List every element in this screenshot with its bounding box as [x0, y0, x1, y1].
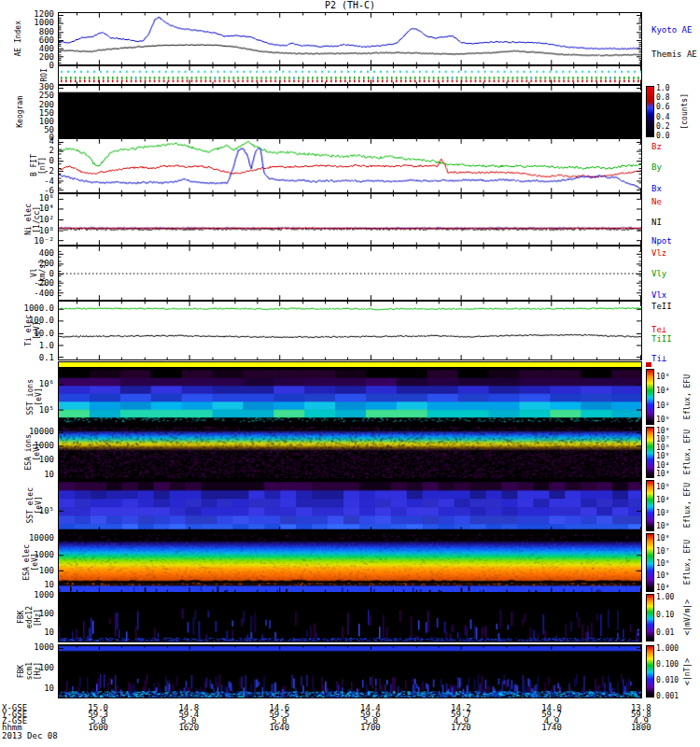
- colorbar-unit-esa-elec: Eflux, EFU: [683, 540, 692, 585]
- ytick-esa-ions: 10000: [0, 428, 54, 436]
- panel-ae-index: [58, 12, 642, 65]
- series-label-tiii: TiII: [651, 335, 672, 344]
- panel-esa-elec: [58, 532, 642, 593]
- colorbar-tick-fbk-edc12: 1.00: [656, 594, 674, 601]
- colorbar-esa-ions: [646, 427, 654, 478]
- colorbar-fbk-scm1: [646, 645, 654, 698]
- ytick-esa-ions: 1000: [0, 442, 54, 450]
- ytick-vl-velocity: 400: [0, 249, 54, 258]
- ytick-ti-temperature: 10.0: [0, 330, 54, 338]
- series-label-by: By: [651, 163, 662, 172]
- ytick-esa-elec: 10000: [0, 534, 54, 543]
- axis-value-hhmm: 1640: [256, 724, 302, 732]
- axis-value-hhmm: 1600: [75, 724, 121, 732]
- colorbar-tick-esa-ions: 10³: [656, 471, 669, 478]
- series-label-npot: Npot: [651, 237, 672, 246]
- series-label-vly: Vly: [651, 270, 666, 278]
- colorbar-tick-esa-elec: 10⁶: [656, 560, 669, 568]
- colorbar-unit-wrap-fbk-scm1: <|nT|>: [680, 644, 693, 698]
- axis-value-hhmm: 1800: [618, 724, 665, 732]
- panel-vl-velocity: [58, 246, 642, 301]
- colorbar-tick-fbk-edc12: 0.01: [656, 629, 674, 637]
- colorbar-tick-sst-ions: 10⁰: [656, 416, 669, 424]
- colorbar-tick-keogram: 0.8: [656, 94, 669, 102]
- series-label-kyotoae: Kyoto AE: [651, 26, 692, 35]
- keogram-canvas: [59, 86, 641, 137]
- colorbar-unit-wrap-keogram: [counts]: [678, 85, 691, 138]
- axis-value-hhmm: 1620: [165, 724, 212, 732]
- ytick-ae-index: 0: [0, 62, 54, 70]
- panel-keogram: [58, 85, 642, 138]
- colorbar-tick-sst-ions: 10⁶: [656, 374, 669, 381]
- series-label-bz: Bz: [651, 143, 662, 151]
- axis-value-hhmm: 1740: [528, 724, 575, 732]
- axis-value-hhmm: 1720: [438, 724, 484, 732]
- colorbar-tick-fbk-edc12: 0.10: [656, 612, 674, 619]
- ytick-ni-density: 10⁶: [0, 194, 54, 203]
- colorbar-tick-esa-elec: 10⁵: [656, 572, 669, 580]
- fbk-scm1-canvas: [59, 645, 641, 698]
- ytick-esa-elec: 100: [0, 567, 54, 575]
- ylabel-esa-ions: ESA ions [eV]: [24, 434, 41, 471]
- ytick-b-fit: -2: [0, 167, 54, 176]
- page-title: P2 (TH-C): [0, 0, 700, 11]
- ytick-vl-velocity: 0: [0, 270, 54, 278]
- flag-bar-canvas: [59, 362, 641, 367]
- ytick-ti-temperature: 0.1: [0, 354, 54, 362]
- ytick-ti-temperature: 100.0: [0, 317, 54, 325]
- ytick-fbk-edc12: 100: [0, 610, 54, 618]
- colorbar-tick-keogram: 0.0: [656, 133, 669, 140]
- colorbar-unit-sst-elec: Eflux, EFU: [683, 483, 692, 528]
- colorbar-tick-keogram: 0.6: [656, 104, 669, 111]
- colorbar-unit-sst-ions: Eflux, EFU: [683, 374, 692, 419]
- colorbar-tick-fbk-scm1: 0.100: [656, 661, 679, 669]
- ytick-vl-velocity: -200: [0, 279, 54, 288]
- series-label-vlx: Vlx: [651, 291, 666, 300]
- ytick-sst-elec: 10⁵: [0, 507, 54, 515]
- ytick-b-fit: 4: [0, 137, 54, 146]
- ytick-b-fit: -4: [0, 177, 54, 186]
- ytick-ti-temperature: 1000.0: [0, 304, 54, 313]
- ytick-b-fit: 0: [0, 157, 54, 165]
- colorbar-unit-wrap-sst-elec: Eflux, EFU: [680, 479, 693, 532]
- colorbar-tick-keogram: 1.0: [656, 85, 669, 92]
- colorbar-tick-esa-ions: 10⁶: [656, 444, 669, 452]
- ytick-ni-density: 10²: [0, 216, 54, 224]
- colorbar-unit-fbk-edc12: <|mV/m|>: [683, 599, 692, 636]
- colorbar-tick-sst-elec: 10²: [656, 510, 669, 517]
- colorbar-tick-esa-ions: 10⁷: [656, 436, 669, 444]
- colorbar-unit-wrap-fbk-edc12: <|mV/m|>: [680, 593, 693, 642]
- series-label-ne: Ne: [651, 198, 662, 206]
- sst-ions-canvas: [59, 369, 641, 425]
- colorbar-tick-sst-elec: 10⁴: [656, 497, 669, 504]
- ytick-fbk-scm1: 10: [0, 684, 54, 693]
- colorbar-tick-fbk-scm1: 0.001: [656, 693, 679, 700]
- ytick-fbk-scm1: 1000: [0, 643, 54, 652]
- esa-elec-canvas: [59, 533, 641, 592]
- colorbar-tick-esa-elec: 10⁴: [656, 585, 669, 592]
- panel-ni-density: [58, 193, 642, 246]
- colorbar-keogram: [646, 86, 654, 137]
- ytick-vl-velocity: -400: [0, 289, 54, 298]
- colorbar-unit-wrap-sst-ions: Eflux, EFU: [680, 368, 693, 426]
- ytick-ni-density: 10⁻²: [0, 237, 54, 246]
- ytick-sst-ions: 10⁶: [0, 380, 54, 388]
- ylabel-wrap-sst-ions: SST ions [eV]: [22, 368, 47, 426]
- panel-fbk-edc12: [58, 593, 642, 642]
- colorbar-tick-esa-elec: 10⁸: [656, 535, 669, 543]
- panel-flag-bar: [58, 361, 642, 368]
- ytick-b-fit: 2: [0, 147, 54, 155]
- colorbar-sst-ions: [646, 369, 654, 425]
- colorbar-tick-fbk-scm1: 1.000: [656, 645, 679, 653]
- panel-esa-ions: [58, 426, 642, 479]
- ytick-sst-ions: 10⁵: [0, 406, 54, 415]
- panel-sst-ions: [58, 368, 642, 426]
- ytick-esa-elec: 10: [0, 581, 54, 589]
- date-label: 2013 Dec 08: [2, 732, 58, 740]
- ytick-vl-velocity: 200: [0, 260, 54, 268]
- ytick-esa-ions: 100: [0, 456, 54, 464]
- colorbar-unit-wrap-esa-ions: Eflux, EFU: [680, 426, 693, 479]
- ni-density-canvas: [59, 194, 641, 245]
- axis-value-hhmm: 1700: [347, 724, 394, 732]
- colorbar-tick-esa-elec: 10⁷: [656, 548, 669, 556]
